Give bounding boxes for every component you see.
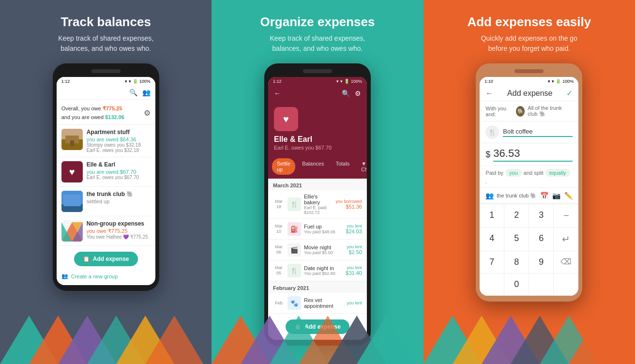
group-item-nongroup[interactable]: Non-group expenses you owe ₹775.25 You o… bbox=[57, 216, 155, 246]
numpad-minus[interactable]: − bbox=[554, 204, 578, 228]
expense-value-3: $2.50 bbox=[347, 249, 362, 255]
phone-notch-2 bbox=[303, 69, 332, 73]
svg-rect-6 bbox=[63, 195, 81, 206]
section-march: March 2021 bbox=[268, 179, 367, 190]
panel-track-balances: Track balances Keep track of shared expe… bbox=[0, 0, 212, 364]
phone-mockup-3: 1:10 ▾ ▾ 🔋 100% ← Add expense ✓ With you… bbox=[476, 63, 582, 302]
tab-settle-up[interactable]: Settle up bbox=[272, 158, 295, 175]
add-expense-button-1[interactable]: 📋 Add expense bbox=[74, 252, 138, 266]
expense-lent-3: you lent bbox=[347, 244, 362, 249]
triangle-decoration-2 bbox=[212, 316, 423, 364]
expense-name-4: Date night in bbox=[304, 265, 343, 271]
back-icon-3[interactable]: ← bbox=[485, 89, 493, 98]
expense-icon-4: 🍴 bbox=[287, 264, 301, 277]
tab-totals[interactable]: Totals bbox=[331, 158, 354, 175]
tab-charts[interactable]: ▼ Cha... bbox=[356, 158, 367, 175]
s2-group-owes: Earl E. owes you $67.70 bbox=[274, 145, 332, 151]
amount-display[interactable]: 36.53 bbox=[493, 147, 573, 162]
numpad-empty-3 bbox=[554, 273, 578, 296]
add-friend-icon[interactable]: 👥 bbox=[142, 89, 151, 96]
status-time-2: 1:12 bbox=[273, 79, 282, 84]
group-item-elle[interactable]: ♥ Elle & Earl you are owed $67.70 Earl E… bbox=[57, 157, 155, 187]
group-row: 👥 the trunk club 🐘 📅 📷 ✏️ bbox=[480, 187, 578, 204]
group-name-elle: Elle & Earl bbox=[87, 161, 151, 168]
expense-movie-night[interactable]: Mar06 🎬 Movie night You paid $5.00 you l… bbox=[268, 240, 367, 260]
triangle-decoration-1 bbox=[0, 316, 212, 364]
expense-fuel-up[interactable]: Mar10 ⛽ Fuel up You paid $48.06 you lent… bbox=[268, 219, 367, 240]
camera-icon[interactable]: 📷 bbox=[552, 192, 560, 199]
status-icons-1: ▾ ▾ 🔋 100% bbox=[125, 79, 151, 84]
search-icon-1[interactable]: 🔍 bbox=[129, 89, 137, 96]
create-group-label: Create a new group bbox=[71, 273, 118, 279]
numpad-empty-1 bbox=[480, 273, 504, 296]
numpad-7[interactable]: 7 bbox=[480, 251, 504, 273]
group-icon-people: 👥 bbox=[485, 192, 494, 199]
edit-icon[interactable]: ✏️ bbox=[564, 192, 573, 199]
expense-amount-2: you lent $24.03 bbox=[346, 224, 362, 234]
expense-rex-vet[interactable]: Feb 🐾 Rex vet appointment you lent bbox=[268, 293, 367, 314]
expense-name-5: Rex vet appointment bbox=[304, 297, 344, 309]
owe-amount: ₹775.25 bbox=[103, 106, 122, 111]
you-pill[interactable]: you bbox=[505, 169, 522, 177]
expense-details-1: Ellie's bakery Earl E. paid $102.72 bbox=[304, 194, 333, 215]
numpad-5[interactable]: 5 bbox=[504, 228, 529, 251]
create-group-link[interactable]: 👥 Create a new group bbox=[57, 270, 155, 282]
expense-category-icon: 🍴 bbox=[485, 125, 499, 139]
numpad-enter[interactable]: ↵ bbox=[554, 228, 578, 251]
expense-name-1: Ellie's bakery bbox=[304, 194, 333, 205]
phone-screen-3: 1:10 ▾ ▾ 🔋 100% ← Add expense ✓ With you… bbox=[480, 77, 578, 296]
add-group-icon: 👥 bbox=[61, 273, 68, 279]
expense-date-3: Mar06 bbox=[273, 244, 285, 255]
group-item-trunk[interactable]: the trunk club 🐘 settled up bbox=[57, 187, 155, 216]
numpad-4[interactable]: 4 bbox=[480, 228, 504, 251]
expense-value-2: $24.03 bbox=[346, 228, 362, 234]
s2-group-info: ♥ Elle & Earl Earl E. owes you $67.70 bbox=[268, 101, 367, 156]
check-icon[interactable]: ✓ bbox=[566, 89, 573, 98]
s2-header: ← 🔍 ⚙ bbox=[268, 86, 367, 101]
numpad-6[interactable]: 6 bbox=[529, 228, 554, 251]
expense-ellies-bakery[interactable]: Mar18 🍴 Ellie's bakery Earl E. paid $102… bbox=[268, 190, 367, 219]
period: . bbox=[485, 179, 487, 184]
numpad-1[interactable]: 1 bbox=[480, 204, 504, 228]
expense-date-night[interactable]: Mar05 🍴 Date night in You paid $62.80 yo… bbox=[268, 260, 367, 281]
paid-by-label: Paid by bbox=[485, 170, 503, 176]
calendar-icon[interactable]: 📅 bbox=[540, 192, 548, 199]
group-name-nongroup: Non-group expenses bbox=[87, 220, 151, 227]
expense-amount-1: you borrowed $51.36 bbox=[335, 199, 362, 210]
group-name-apartment: Apartment stuff bbox=[87, 129, 151, 136]
with-row: With you and: 🐘 All of the trunk club 🐘 bbox=[480, 101, 578, 121]
dollar-sign: $ bbox=[485, 150, 490, 160]
numpad-2[interactable]: 2 bbox=[504, 204, 529, 228]
group-info-elle: Elle & Earl you are owed $67.70 Earl E. … bbox=[87, 161, 151, 180]
expense-lent-5: you lent bbox=[347, 301, 362, 305]
expense-icon-3: 🎬 bbox=[287, 243, 301, 257]
numpad-9[interactable]: 9 bbox=[529, 251, 554, 273]
group-item-apartment[interactable]: Apartment stuff you are owed $64.36 Stom… bbox=[57, 125, 155, 157]
expense-value-4: $31.40 bbox=[346, 270, 362, 276]
nongroup-detail: You owe Hathee 💜 ₹775.25 bbox=[87, 234, 151, 240]
expense-details-2: Fuel up You paid $48.06 bbox=[304, 224, 343, 234]
numpad-3[interactable]: 3 bbox=[529, 204, 554, 228]
expense-name-2: Fuel up bbox=[304, 224, 343, 229]
s2-group-icon: ♥ bbox=[274, 107, 298, 131]
filter-icon[interactable]: ⚙ bbox=[144, 108, 151, 118]
equally-pill[interactable]: equally bbox=[545, 169, 570, 177]
group-left: 👥 the trunk club 🐘 bbox=[485, 192, 537, 199]
owed-amount: $132.06 bbox=[105, 114, 124, 120]
expense-name-input[interactable]: Bolt coffee bbox=[503, 128, 573, 137]
settings-icon-2[interactable]: ⚙ bbox=[355, 90, 361, 97]
group-name-label[interactable]: the trunk club 🐘 bbox=[497, 193, 537, 199]
numpad-backspace[interactable]: ⌫ bbox=[554, 251, 578, 273]
back-icon-2[interactable]: ← bbox=[274, 90, 281, 97]
panel-2-title: Organize expenses bbox=[260, 15, 375, 30]
tab-balances[interactable]: Balances bbox=[297, 158, 329, 175]
expense-paid-4: You paid $62.80 bbox=[304, 271, 343, 276]
with-label: With you and: bbox=[485, 106, 513, 117]
numpad-8[interactable]: 8 bbox=[504, 251, 529, 273]
search-icon-2[interactable]: 🔍 bbox=[342, 90, 350, 97]
expense-details-4: Date night in You paid $62.80 bbox=[304, 265, 343, 276]
status-time-1: 1:12 bbox=[61, 79, 70, 84]
status-bar-2: 1:12 ▾ ▾ 🔋 100% bbox=[268, 77, 367, 86]
expense-icon-2: ⛽ bbox=[287, 222, 301, 236]
numpad-0[interactable]: 0 bbox=[504, 273, 529, 296]
